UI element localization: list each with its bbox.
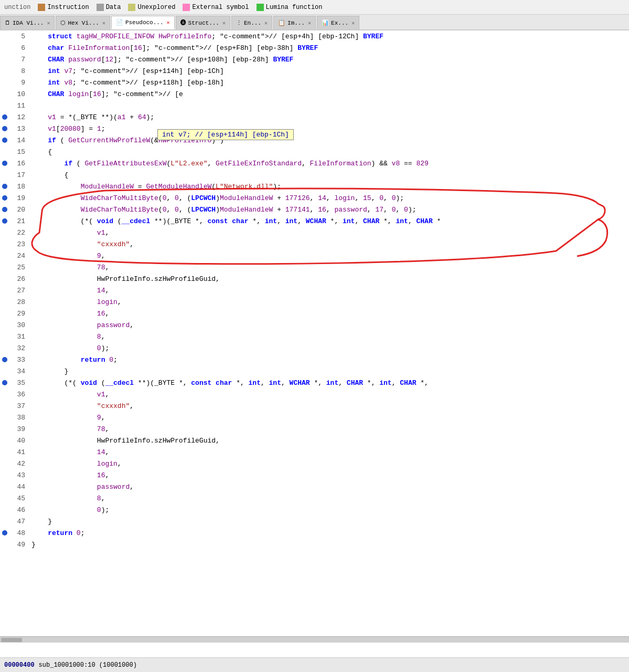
line-content-35: (*( void (__cdecl **)(_BYTE *, const cha… <box>29 379 629 387</box>
code-line-33[interactable]: 33 return 0; <box>0 354 629 365</box>
code-line-19[interactable]: 19 WideCharToMultiByte(0, 0, (LPCWCH)Mod… <box>0 192 629 204</box>
line-number-45: 45 <box>9 495 29 502</box>
instruction-label: Instruction <box>47 4 89 11</box>
legend-unexplored: Unexplored <box>128 4 175 11</box>
code-line-15[interactable]: 15 { <box>0 146 629 158</box>
code-line-46[interactable]: 46 0); <box>0 504 629 516</box>
legend-lumina: Lumina function <box>257 4 323 11</box>
line-content-34: } <box>29 368 629 375</box>
code-line-28[interactable]: 28 login, <box>0 296 629 308</box>
line-number-40: 40 <box>9 437 29 445</box>
line-number-8: 8 <box>9 67 29 75</box>
tab-enum-close[interactable]: ✕ <box>264 20 268 26</box>
breakpoint-dot <box>2 161 7 166</box>
tab-hex-icon: ⬡ <box>60 19 66 26</box>
code-line-7[interactable]: 7 CHAR password[12]; "c-comment">// [esp… <box>0 54 629 65</box>
line-content-15: { <box>29 148 629 156</box>
code-line-5[interactable]: 5 struct tagHW_PROFILE_INFOW HwProfileIn… <box>0 30 629 42</box>
breakpoint-dot <box>2 207 7 212</box>
code-line-48[interactable]: 48 return 0; <box>0 527 629 539</box>
line-indicator-48 <box>0 530 9 536</box>
code-line-30[interactable]: 30 password, <box>0 319 629 331</box>
line-number-20: 20 <box>9 206 29 214</box>
line-content-24: 9, <box>29 252 629 260</box>
external-label: External symbol <box>192 4 249 11</box>
line-number-25: 25 <box>9 264 29 271</box>
code-line-42[interactable]: 42 login, <box>0 458 629 469</box>
code-line-49[interactable]: 49} <box>0 539 629 550</box>
horizontal-scrollbar[interactable] <box>0 636 629 643</box>
code-line-9[interactable]: 9 int v8; "c-comment">// [esp+118h] [ebp… <box>0 77 629 88</box>
code-line-17[interactable]: 17 { <box>0 169 629 181</box>
code-line-35[interactable]: 35 (*( void (__cdecl **)(_BYTE *, const … <box>0 377 629 388</box>
code-line-6[interactable]: 6 char FileInformation[16]; "c-comment">… <box>0 42 629 54</box>
tab-pseudocode[interactable]: 📄 Pseudoco... ✕ <box>111 16 175 29</box>
code-area: 5 struct tagHW_PROFILE_INFOW HwProfileIn… <box>0 30 629 657</box>
code-line-31[interactable]: 31 8, <box>0 331 629 342</box>
code-line-24[interactable]: 24 9, <box>0 250 629 261</box>
scroll-thumb-horizontal[interactable] <box>1 638 22 642</box>
line-content-9: int v8; "c-comment">// [esp+118h] [ebp-1… <box>29 79 629 87</box>
line-number-37: 37 <box>9 402 29 410</box>
code-line-13[interactable]: 13 v1[20080] = 1; <box>0 123 629 134</box>
line-number-29: 29 <box>9 310 29 318</box>
code-line-43[interactable]: 43 16, <box>0 469 629 481</box>
code-line-8[interactable]: 8 int v7; "c-comment">// [esp+114h] [ebp… <box>0 65 629 77</box>
code-line-22[interactable]: 22 v1, <box>0 227 629 238</box>
code-line-27[interactable]: 27 14, <box>0 285 629 296</box>
code-line-25[interactable]: 25 78, <box>0 261 629 273</box>
code-line-16[interactable]: 16 if ( GetFileAttributesExW(L"L2.exe", … <box>0 158 629 169</box>
code-line-21[interactable]: 21 (*( void (__cdecl **)(_BYTE *, const … <box>0 215 629 227</box>
line-content-31: 8, <box>29 333 629 341</box>
line-content-38: 9, <box>29 414 629 422</box>
line-content-37: "cxxxdh", <box>29 402 629 410</box>
code-line-41[interactable]: 41 14, <box>0 446 629 458</box>
line-content-49: } <box>29 541 629 549</box>
code-line-40[interactable]: 40 HwProfileInfo.szHwProfileGuid, <box>0 435 629 446</box>
code-line-29[interactable]: 29 16, <box>0 308 629 319</box>
code-line-44[interactable]: 44 password, <box>0 481 629 492</box>
code-line-37[interactable]: 37 "cxxxdh", <box>0 400 629 412</box>
code-line-32[interactable]: 32 0); <box>0 342 629 354</box>
code-line-18[interactable]: 18 ModuleHandleW = GetModuleHandleW(L"Ne… <box>0 181 629 192</box>
code-line-45[interactable]: 45 8, <box>0 492 629 504</box>
tab-struct-close[interactable]: ✕ <box>222 20 226 26</box>
line-number-30: 30 <box>9 321 29 329</box>
tab-exports[interactable]: 📊 Ex... ✕ <box>317 16 359 29</box>
line-content-27: 14, <box>29 287 629 295</box>
code-line-36[interactable]: 36 v1, <box>0 388 629 400</box>
tab-imports[interactable]: 📋 Im... ✕ <box>273 16 316 29</box>
tab-struct-label: Struct... <box>188 20 219 26</box>
code-line-11[interactable]: 11 <box>0 100 629 111</box>
tab-hex-view[interactable]: ⬡ Hex Vi... ✕ <box>56 16 110 29</box>
line-content-18: ModuleHandleW = GetModuleHandleW(L"Netwo… <box>29 183 629 191</box>
tab-ida-view[interactable]: 🗒 IDA Vi... ✕ <box>0 16 55 29</box>
code-line-10[interactable]: 10 CHAR login[16]; "c-comment">// [e <box>0 88 629 100</box>
code-line-20[interactable]: 20 WideCharToMultiByte(0, 0, (LPCWCH)Mod… <box>0 204 629 215</box>
tab-enum[interactable]: ⋮ En... ✕ <box>231 16 272 29</box>
code-line-14[interactable]: 14 if ( GetCurrentHwProfileW(&HwProfileI… <box>0 134 629 146</box>
code-line-34[interactable]: 34 } <box>0 365 629 377</box>
tab-exports-close[interactable]: ✕ <box>351 20 355 26</box>
code-line-23[interactable]: 23 "cxxxdh", <box>0 238 629 250</box>
line-number-14: 14 <box>9 136 29 144</box>
status-label: sub_10001000:10 (10001000) <box>39 662 137 669</box>
line-content-32: 0); <box>29 344 629 352</box>
line-content-7: CHAR password[12]; "c-comment">// [esp+1… <box>29 56 629 64</box>
tab-imports-close[interactable]: ✕ <box>308 20 311 26</box>
tab-hex-close[interactable]: ✕ <box>102 20 105 26</box>
code-line-26[interactable]: 26 HwProfileInfo.szHwProfileGuid, <box>0 273 629 285</box>
breakpoint-dot <box>2 195 7 201</box>
tab-pseudo-close[interactable]: ✕ <box>167 19 170 26</box>
code-line-39[interactable]: 39 78, <box>0 423 629 435</box>
line-number-43: 43 <box>9 471 29 479</box>
code-line-47[interactable]: 47 } <box>0 516 629 527</box>
line-number-19: 19 <box>9 194 29 202</box>
code-line-38[interactable]: 38 9, <box>0 412 629 423</box>
tab-pseudo-icon: 📄 <box>116 19 123 26</box>
code-line-12[interactable]: 12 v1 = *(_BYTE **)(a1 + 64); <box>0 111 629 123</box>
tab-enum-label: En... <box>244 20 261 26</box>
line-content-33: return 0; <box>29 356 629 364</box>
tab-ida-close[interactable]: ✕ <box>47 20 50 26</box>
tab-struct[interactable]: 🅐 Struct... ✕ <box>176 16 230 29</box>
